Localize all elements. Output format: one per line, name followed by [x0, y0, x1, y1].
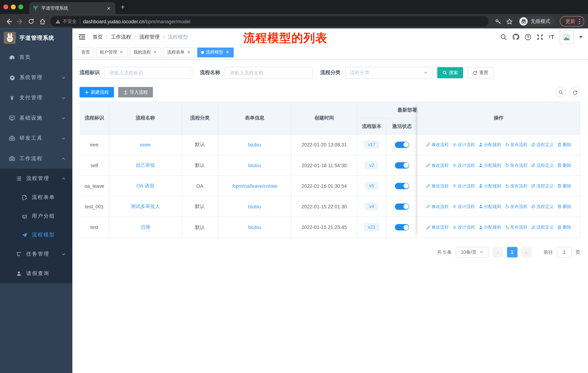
filter-name-input[interactable] [225, 67, 313, 79]
page-size-select[interactable]: 10条/页 [455, 247, 489, 258]
publish-process-link[interactable]: 发布流程 [504, 204, 527, 209]
sidebar-item-system[interactable]: 系统管理 [0, 67, 72, 88]
active-toggle[interactable] [395, 162, 409, 169]
github-icon[interactable] [512, 33, 519, 40]
process-definition-link[interactable]: 流程定义 [531, 183, 554, 189]
publish-process-link[interactable]: 发布流程 [504, 183, 527, 189]
modify-process-link[interactable]: 修改流程 [426, 224, 449, 230]
tag-close-icon[interactable]: ✕ [187, 50, 191, 55]
import-process-button[interactable]: 导入流程 [118, 87, 153, 97]
sidebar-item-workflow[interactable]: 工作流程 [0, 148, 72, 169]
help-icon[interactable] [525, 33, 531, 40]
browser-update-button[interactable]: 更新 [560, 16, 584, 27]
active-toggle[interactable] [395, 224, 409, 230]
home-icon[interactable] [38, 17, 47, 26]
search-button[interactable]: 搜索 [437, 67, 463, 78]
modify-process-link[interactable]: 修改流程 [426, 162, 449, 168]
process-name-link[interactable]: eeee [140, 142, 151, 148]
search-icon[interactable] [500, 33, 507, 40]
window-controls[interactable] [3, 5, 23, 10]
design-process-link[interactable]: 设计流程 [452, 204, 475, 209]
close-window-button[interactable] [3, 5, 8, 10]
delete-link[interactable]: 删除 [557, 162, 571, 168]
sidebar-item-dev-tools[interactable]: 研发工具 [0, 128, 72, 148]
process-name-link[interactable]: 自己审批 [136, 162, 155, 169]
sidebar-item-leave-query[interactable]: 请假查询 [0, 264, 72, 283]
address-bar[interactable]: 不安全 dashboard.yudao.iocoder.cn/bpm/manag… [50, 16, 489, 27]
process-name-link[interactable]: 滔博 [140, 224, 150, 231]
form-info-link[interactable]: biubiu [248, 162, 261, 168]
sidebar-item-process-management[interactable]: 流程管理 [0, 169, 72, 188]
font-size-icon[interactable]: TT [548, 34, 554, 40]
modify-process-link[interactable]: 修改流程 [426, 183, 449, 189]
design-process-link[interactable]: 设计流程 [452, 142, 475, 148]
tag-process-model[interactable]: 流程模型✕ [197, 47, 234, 57]
fullscreen-icon[interactable] [537, 33, 543, 40]
create-process-button[interactable]: 新建流程 [79, 87, 114, 97]
password-key-icon[interactable] [493, 17, 503, 26]
tag-close-icon[interactable]: ✕ [119, 50, 124, 55]
modify-process-link[interactable]: 修改流程 [426, 204, 449, 209]
sidebar-item-user-group[interactable]: 用户分组 [0, 207, 72, 226]
design-process-link[interactable]: 设计流程 [452, 183, 475, 189]
breadcrumb-process-mgmt[interactable]: 流程管理 [139, 33, 159, 40]
active-toggle[interactable] [395, 141, 409, 148]
prev-page-button[interactable]: ‹ [493, 247, 503, 258]
maximize-window-button[interactable] [18, 5, 23, 10]
assign-rule-link[interactable]: 分配规则 [478, 204, 501, 209]
bookmark-star-icon[interactable] [504, 17, 514, 26]
delete-link[interactable]: 删除 [557, 224, 571, 230]
forward-icon[interactable] [15, 17, 25, 26]
process-definition-link[interactable]: 流程定义 [531, 162, 554, 168]
sidebar-item-home[interactable]: 首页 [0, 47, 72, 67]
tag-close-icon[interactable]: ✕ [153, 50, 158, 55]
delete-link[interactable]: 删除 [557, 183, 571, 189]
next-page-button[interactable]: › [521, 247, 532, 258]
delete-link[interactable]: 删除 [557, 142, 571, 148]
goto-page-input[interactable] [557, 247, 572, 258]
publish-process-link[interactable]: 发布流程 [504, 162, 527, 168]
new-tab-button[interactable]: + [121, 4, 125, 10]
browser-tab[interactable]: 芋道管理系统 ✕ [29, 2, 115, 14]
filter-id-input[interactable] [104, 67, 192, 79]
publish-process-link[interactable]: 发布流程 [504, 142, 527, 148]
publish-process-link[interactable]: 发布流程 [504, 224, 527, 230]
delete-link[interactable]: 删除 [557, 204, 571, 209]
process-name-link[interactable]: 测试多审批人 [131, 203, 160, 210]
process-definition-link[interactable]: 流程定义 [531, 224, 554, 230]
avatar-caret-icon[interactable] [579, 36, 583, 38]
tab-close-icon[interactable]: ✕ [106, 5, 112, 11]
modify-process-link[interactable]: 修改流程 [426, 142, 449, 148]
avatar[interactable] [560, 30, 574, 44]
tag-tenant-mgmt[interactable]: 租户管理✕ [96, 47, 128, 57]
sidebar-collapse-icon[interactable] [78, 33, 87, 41]
process-name-link[interactable]: OA 请假 [136, 182, 154, 189]
tag-my-process[interactable]: 我的流程✕ [130, 47, 161, 57]
filter-category-select[interactable]: 流程分类 [345, 67, 432, 79]
assign-rule-link[interactable]: 分配规则 [478, 162, 501, 168]
sidebar-item-task-management[interactable]: 任务管理 [0, 244, 72, 264]
reload-icon[interactable] [26, 17, 36, 26]
sidebar-item-process-model[interactable]: 流程模型 [0, 226, 72, 244]
minimize-window-button[interactable] [11, 5, 16, 10]
tag-home[interactable]: 首页 [78, 47, 94, 57]
tag-close-icon[interactable]: ✕ [225, 50, 230, 55]
form-info-link[interactable]: biubiu [248, 204, 261, 209]
sidebar-item-payment[interactable]: ¥ 支付管理 [0, 88, 72, 108]
form-info-link[interactable]: biubiu [248, 142, 261, 148]
sidebar-item-process-form[interactable]: 流程表单 [0, 188, 72, 207]
show-search-icon[interactable] [555, 87, 566, 97]
browser-menu-icon[interactable] [579, 19, 580, 24]
process-definition-link[interactable]: 流程定义 [531, 204, 554, 209]
breadcrumb-workflow[interactable]: 工作流程 [111, 33, 131, 40]
active-toggle[interactable] [395, 183, 409, 189]
current-page[interactable]: 1 [507, 247, 517, 258]
back-icon[interactable] [4, 17, 13, 26]
refresh-table-icon[interactable] [570, 87, 580, 97]
active-toggle[interactable] [395, 203, 409, 210]
breadcrumb-home[interactable]: 首页 [93, 33, 103, 40]
reset-button[interactable]: 重置 [468, 67, 494, 78]
design-process-link[interactable]: 设计流程 [452, 162, 475, 168]
assign-rule-link[interactable]: 分配规则 [478, 183, 501, 189]
form-info-link[interactable]: /bpm/oa/leave/create [232, 183, 277, 189]
